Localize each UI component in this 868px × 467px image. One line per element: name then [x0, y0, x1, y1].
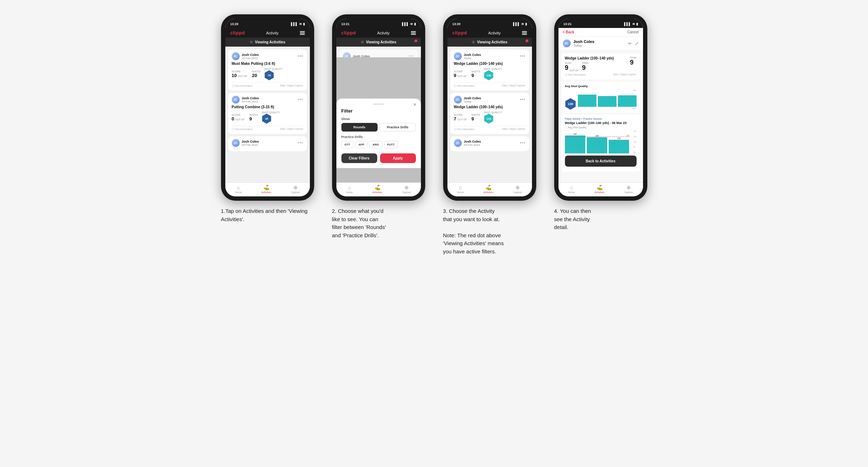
status-right-4: ▌▌▌ ≋ ▮: [624, 22, 638, 26]
tab-home-3[interactable]: ⌂ Home: [457, 185, 464, 194]
user-name-3: Josh Coles: [242, 140, 259, 143]
out-of-1: OUT OF: [238, 75, 247, 78]
tab-activities-2[interactable]: ⛳ Activities: [373, 185, 383, 194]
card-title-1: Must Make Putting (3-6 ft): [232, 62, 303, 66]
viewing-banner-3[interactable]: ⚙ Viewing Activities: [447, 38, 532, 47]
partial-user-2: Josh Coles: [353, 54, 370, 57]
y-axis-labels: 140 120 100 80 60: [633, 130, 636, 153]
scroll-content-1: JC Josh Coles 28 Feb 2023 ••• Must Make …: [225, 47, 310, 182]
tab-activities-4[interactable]: ⛳ Activities: [595, 185, 605, 194]
score-val-2: 0: [232, 116, 234, 121]
stats-row-2: Score 0 OUT OF Shots 9: [232, 111, 303, 124]
rounds-btn[interactable]: Rounds: [341, 123, 378, 132]
tab-capture-2[interactable]: ⊕ Capture: [402, 185, 411, 194]
activity-card-3a[interactable]: JC Josh Coles Today ••• Wedge Ladder (10…: [450, 49, 529, 91]
hamburger-2[interactable]: [411, 31, 416, 35]
expand-icon[interactable]: ⤢: [635, 41, 639, 46]
activity-card-1[interactable]: JC Josh Coles 28 Feb 2023 ••• Must Make …: [228, 49, 307, 91]
practice-drills-btn[interactable]: Practice Drills: [380, 123, 416, 132]
drill-ott[interactable]: OTT: [341, 141, 354, 148]
drill-putt[interactable]: PUTT: [384, 141, 398, 148]
activity-card-3b[interactable]: JC Josh Coles Today ••• Wedge Ladder (10…: [450, 93, 529, 134]
status-right-3: ▌▌▌ ≋ ▮: [513, 22, 527, 26]
app-nav-1: clippd Activity: [225, 28, 310, 38]
tab-capture-1[interactable]: ⊕ Capture: [291, 185, 300, 194]
viewing-banner-1[interactable]: ⚙ Viewing Activities: [225, 38, 310, 47]
phone3-inner: 13:20 ▌▌▌ ≋ ▮ clippd Activity ⚙ Viewing …: [447, 19, 532, 196]
edit-icon[interactable]: ✏: [628, 41, 632, 46]
tab-home-1[interactable]: ⌂ Home: [235, 185, 242, 194]
footer-capture-1: Data: Clippd Capture: [280, 84, 303, 88]
user-date-2: 28 Feb 2023: [242, 100, 259, 103]
dashed-val: 124: [626, 134, 629, 137]
detail-content: Wedge Ladder (100–140 yds) Score 9 OUT O…: [558, 51, 643, 182]
status-time-3: 13:20: [452, 22, 461, 26]
bottom-tabs-3: ⌂ Home ⛳ Activities ⊕ Capture: [447, 182, 532, 196]
dots-menu-1[interactable]: •••: [298, 54, 303, 59]
settings-icon-3: ⚙: [472, 40, 475, 44]
tab-activities-1[interactable]: ⛳ Activities: [262, 185, 272, 194]
nav-title-2: Activity: [377, 31, 390, 35]
partial-card-2: JC Josh Coles •••: [339, 49, 418, 57]
dots-menu-3a[interactable]: •••: [520, 54, 526, 59]
dots-menu-3b[interactable]: •••: [520, 97, 526, 102]
tab-capture-3[interactable]: ⊕ Capture: [513, 185, 522, 194]
phone1-inner: 13:20 ▌▌▌ ≋ ▮ clippd Activity: [225, 19, 310, 196]
tab-activities-3[interactable]: ⛳ Activities: [484, 185, 494, 194]
capture-icon-3: ⊕: [515, 185, 520, 190]
signal-icon-3: ▌▌▌: [513, 22, 520, 26]
avg-hex: 130: [565, 98, 576, 110]
wifi-icon-2: ≋: [410, 22, 413, 26]
player-activity-link[interactable]: Player Activity > Practice Session: [565, 118, 637, 120]
tab-activities-label-2: Activities: [373, 191, 383, 194]
shots-val-1: 20: [252, 73, 260, 78]
user-name-2: Josh Coles: [242, 96, 259, 100]
apply-btn[interactable]: Apply: [380, 153, 416, 163]
tab-capture-4[interactable]: ⊕ Capture: [624, 185, 633, 194]
bottom-tabs-1: ⌂ Home ⛳ Activities ⊕ Capture: [225, 182, 310, 196]
dots-menu-3[interactable]: •••: [298, 140, 303, 146]
signal-icon-2: ▌▌▌: [402, 22, 409, 26]
notch1: [253, 14, 282, 22]
hamburger-1[interactable]: [300, 31, 305, 35]
home-icon-3: ⌂: [459, 185, 462, 190]
bar-rect-2: [587, 137, 607, 153]
back-btn[interactable]: < Back: [563, 30, 575, 34]
quality-hex-3a: 130: [484, 70, 494, 80]
close-icon[interactable]: ✕: [413, 102, 417, 107]
wifi-icon-4: ≋: [632, 22, 635, 26]
bottom-tabs-2: ⌂ Home ⛳ Activities ⊕ Capture: [336, 182, 421, 196]
dots-menu-2[interactable]: •••: [298, 97, 303, 102]
capture-icon-1: ⊕: [293, 185, 298, 190]
detail-shots-right: 9: [630, 59, 634, 66]
app-nav-3: clippd Activity: [447, 28, 532, 38]
wifi-icon-3: ≋: [521, 22, 524, 26]
desc-text-2: 2. Choose what you'd like to see. You ca…: [332, 207, 425, 239]
tab-home-label-1: Home: [235, 191, 242, 194]
app-nav-2: clippd Activity: [336, 28, 421, 38]
drill-arg[interactable]: ARG: [369, 141, 382, 148]
activity-card-3c[interactable]: JC Josh Coles 28 Feb 2023 •••: [450, 136, 529, 151]
settings-icon-1: ⚙: [250, 40, 253, 44]
detail-header: JC Josh Coles Today ✏ ⤢: [558, 37, 643, 51]
home-icon-1: ⌂: [237, 185, 240, 190]
dashed-line: [565, 137, 629, 137]
back-to-activities-btn[interactable]: Back to Activities: [565, 156, 637, 167]
banner-text-2: Viewing Activities: [366, 40, 396, 44]
footer-info-1: ⓘ Test Information: [232, 84, 253, 88]
activity-card-3[interactable]: JC Josh Coles 28 Feb 2023 •••: [228, 136, 307, 151]
filter-title: Filter: [341, 108, 416, 114]
tab-activities-label-1: Activities: [262, 191, 272, 194]
clear-filters-btn[interactable]: Clear Filters: [341, 153, 377, 163]
viewing-banner-2[interactable]: ⚙ Viewing Activities: [336, 38, 421, 47]
tab-home-4[interactable]: ⌂ Home: [568, 185, 575, 194]
cancel-btn[interactable]: Cancel: [627, 30, 638, 34]
activity-card-2[interactable]: JC Josh Coles 28 Feb 2023 ••• Putting Co…: [228, 93, 307, 134]
status-right-1: ▌▌▌ ≋ ▮: [291, 22, 304, 26]
tab-home-2[interactable]: ⌂ Home: [346, 185, 353, 194]
battery-icon-3: ▮: [525, 22, 527, 26]
capture-icon-4: ⊕: [627, 185, 631, 190]
bar-item-3: 124: [609, 137, 629, 153]
drill-app[interactable]: APP: [355, 141, 368, 148]
hamburger-3[interactable]: [522, 31, 527, 35]
